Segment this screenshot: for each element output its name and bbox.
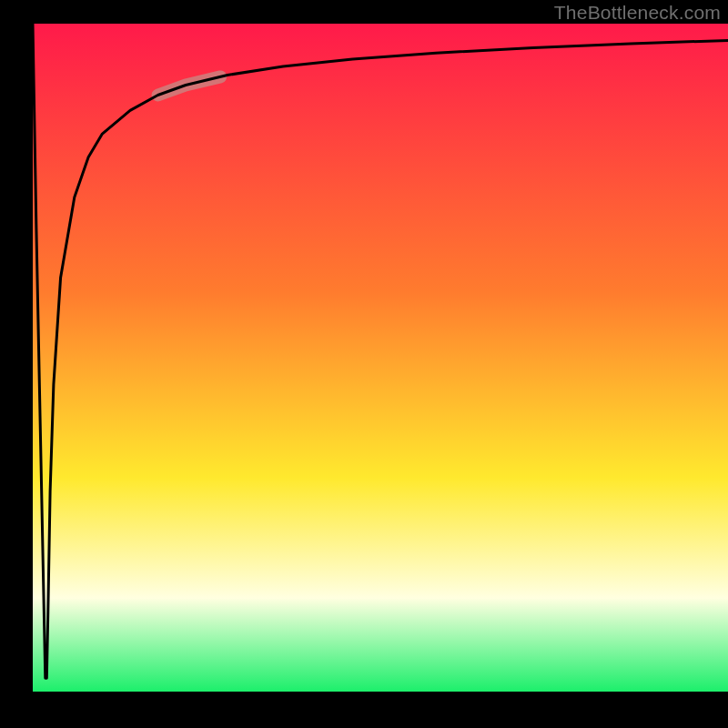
attribution-text: TheBottleneck.com [554,2,721,24]
chart-stage: TheBottleneck.com [0,0,728,728]
plot-area [33,24,728,692]
plot-svg [0,0,728,728]
left-spine [0,0,33,728]
bottom-spine [0,692,728,728]
